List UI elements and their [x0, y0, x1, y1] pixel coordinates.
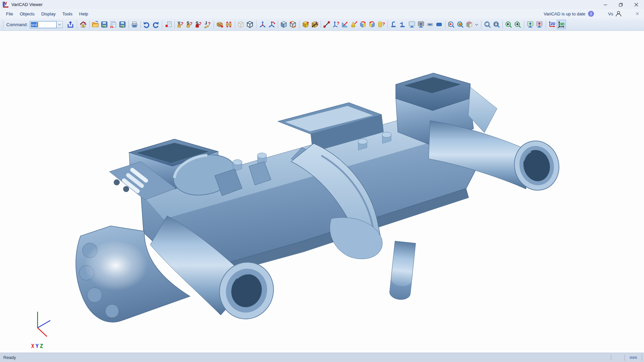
background-color-icon[interactable]	[435, 20, 444, 29]
toolbar-separator	[445, 21, 445, 28]
measure-area-icon[interactable]	[340, 20, 350, 29]
open-file-icon[interactable]	[91, 20, 100, 29]
shaded-view-icon[interactable]	[279, 20, 288, 29]
load-objects-icon[interactable]	[215, 20, 224, 29]
measure-distance-icon[interactable]	[322, 20, 331, 29]
toolbar-drag-handle[interactable]	[256, 20, 257, 28]
view-next-icon[interactable]	[513, 20, 522, 29]
menu-help[interactable]: Help	[76, 10, 92, 18]
toolbar-separator	[141, 21, 141, 28]
view-2d-icon[interactable]: 2D	[548, 20, 557, 29]
redo-icon[interactable]	[151, 20, 160, 29]
svg-text:2D: 2D	[551, 22, 555, 26]
save-icon[interactable]	[100, 20, 109, 29]
axis-label-x: X	[31, 343, 36, 349]
window-title: VariCAD Viewer	[11, 2, 43, 7]
rotate-view-icon[interactable]	[288, 20, 298, 29]
zoom-all-icon[interactable]	[483, 20, 492, 29]
svg-text:?: ?	[181, 21, 183, 26]
title-bar: VariCAD Viewer	[0, 0, 644, 9]
user-account-icon[interactable]	[615, 10, 622, 17]
toolbar-drag-handle[interactable]	[545, 20, 547, 28]
screen-maximize-icon[interactable]	[526, 20, 535, 29]
varicad-logo-icon	[3, 2, 9, 8]
toolbar-separator	[174, 21, 175, 28]
status-message: Ready	[0, 355, 611, 360]
menu-display[interactable]: Display	[38, 10, 59, 18]
toolbar-separator	[128, 21, 129, 28]
measure-volume-icon[interactable]	[350, 20, 359, 29]
flat-display-icon[interactable]	[426, 20, 435, 29]
toolbar-drag-handle[interactable]	[523, 20, 525, 28]
zoom-previous-icon[interactable]	[447, 20, 456, 29]
command-dropdown-button[interactable]	[57, 21, 63, 28]
toolbar-separator	[278, 21, 278, 28]
svg-text:?: ?	[382, 21, 385, 26]
measure-cylinder-icon[interactable]: ?	[377, 20, 386, 29]
svg-text:?: ?	[306, 21, 309, 26]
solid-question-icon[interactable]: ?	[301, 20, 310, 29]
menu-tools[interactable]: Tools	[59, 10, 76, 18]
command-input[interactable]: srd	[30, 21, 57, 28]
display-dark-icon[interactable]	[417, 20, 426, 29]
paste-objects-icon[interactable]	[164, 20, 173, 29]
undo-icon[interactable]	[142, 20, 151, 29]
home-icon[interactable]	[79, 20, 88, 29]
flip-view-right-icon[interactable]	[368, 20, 377, 29]
toolbar-drag-handle[interactable]	[161, 20, 163, 28]
toolbar-separator	[235, 21, 235, 28]
solid-position-question-icon[interactable]: ?	[310, 20, 319, 29]
object-colors-icon[interactable]	[465, 20, 474, 29]
cad-model[interactable]	[0, 31, 644, 353]
print-icon[interactable]	[130, 20, 139, 29]
close-button[interactable]	[629, 0, 644, 9]
toolbar-separator	[89, 21, 90, 28]
export-icon[interactable]	[66, 20, 75, 29]
toolbar-drag-handle[interactable]	[387, 20, 388, 28]
menu-file[interactable]: File	[3, 10, 16, 18]
light-source-2-icon[interactable]	[398, 20, 408, 29]
light-source-1-icon[interactable]	[389, 20, 398, 29]
toolbar-drag-handle[interactable]	[480, 20, 482, 28]
zoom-window-icon[interactable]	[492, 20, 501, 29]
toolbar-drag-handle[interactable]	[2, 20, 4, 28]
svg-text:?: ?	[190, 21, 193, 26]
menu-objects[interactable]: Objects	[16, 10, 38, 18]
axis-label-y: Y	[36, 343, 40, 349]
move-objects-icon[interactable]	[258, 20, 267, 29]
axis-label-z: Z	[40, 343, 44, 349]
solid-display-icon[interactable]	[246, 20, 255, 29]
axis-labels: XYZ	[31, 343, 44, 349]
zoom-objects-icon[interactable]	[456, 20, 465, 29]
restore-button[interactable]	[613, 0, 629, 9]
svg-text:?: ?	[337, 21, 339, 26]
view-3d-icon[interactable]: 3D	[557, 20, 566, 29]
info-icon[interactable]: i	[588, 11, 594, 17]
solid-info-icon[interactable]: S?	[185, 20, 194, 29]
menu-bar: File Objects Display Tools Help VariCAD …	[0, 9, 644, 18]
view-info-icon[interactable]: V?	[176, 20, 185, 29]
solid-detail-info-icon[interactable]: S?	[194, 20, 203, 29]
screen-minimize-icon[interactable]	[535, 20, 544, 29]
update-status-text: VariCAD is up to date	[544, 11, 585, 16]
copy-objects-icon[interactable]	[109, 20, 118, 29]
display-bright-icon[interactable]	[408, 20, 417, 29]
colors-dropdown-icon[interactable]	[474, 20, 479, 29]
flip-view-left-icon[interactable]	[359, 20, 368, 29]
panel-close-icon[interactable]: ✕	[635, 11, 639, 16]
units-indicator[interactable]: mm	[625, 355, 642, 360]
view-previous-icon[interactable]	[504, 20, 513, 29]
save-image-icon[interactable]	[118, 20, 127, 29]
toolbar-drag-handle[interactable]	[299, 20, 300, 28]
toolbar-separator	[502, 21, 503, 28]
3d-viewport[interactable]: XYZ	[0, 31, 644, 353]
wireframe-display-icon[interactable]	[236, 20, 246, 29]
minimize-button[interactable]	[598, 0, 613, 9]
explode-assembly-icon[interactable]	[224, 20, 233, 29]
rotate-objects-icon[interactable]	[267, 20, 276, 29]
toolbar-separator	[321, 21, 321, 28]
object-info-icon[interactable]: J?	[203, 20, 212, 29]
toolbar-drag-handle[interactable]	[76, 20, 78, 28]
svg-text:J: J	[205, 21, 207, 25]
point-coordinates-icon[interactable]: ?	[331, 20, 340, 29]
